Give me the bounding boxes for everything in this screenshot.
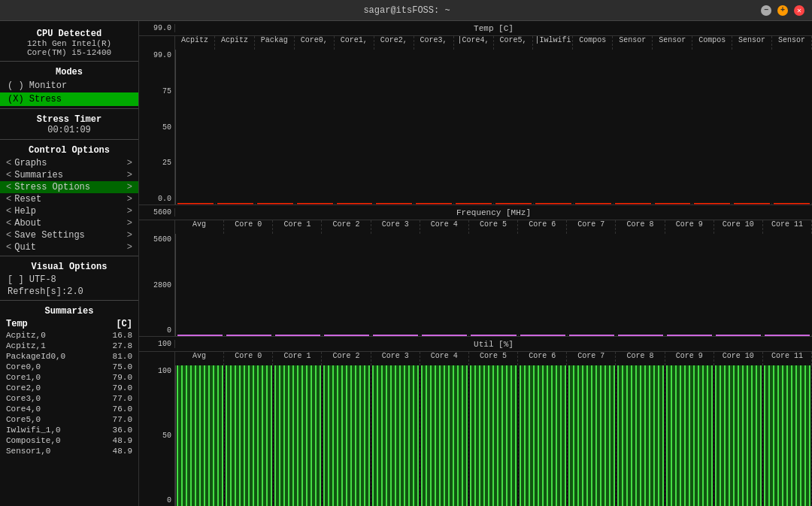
temp-col-header-4: Core1,: [335, 36, 374, 50]
summary-row-Composite,0: Composite,048.9: [0, 435, 138, 446]
utf8-option[interactable]: [ ] UTF-8: [0, 274, 138, 286]
ctrl-item-quit[interactable]: <Quit>: [0, 241, 138, 253]
summary-row-Core3,0: Core3,077.0: [0, 393, 138, 404]
temp-y-axis: 99.0 75 50 25 0.0: [139, 50, 175, 205]
util-col-header-0: Avg: [175, 352, 224, 365]
summary-row-Core2,0: Core2,079.0: [0, 383, 138, 393]
temp-bar-col-1: [216, 203, 256, 205]
freq-bars: [175, 234, 812, 336]
ctrl-item-stress-options[interactable]: <Stress Options>: [0, 181, 138, 193]
temp-chart-body: 99.0 75 50 25 0.0: [139, 50, 812, 205]
temp-col-names: AcpitzAcpitzPackagCore0,Core1,Core2,Core…: [139, 36, 812, 50]
temp-col-header-11: Sensor: [613, 36, 653, 50]
freq-col-header-6: Core 5: [469, 220, 518, 234]
util-chart-header: 100 Util [%]: [139, 337, 812, 352]
cpu-line2: Core(TM) i5-12400: [5, 48, 134, 57]
cpu-line1: 12th Gen Intel(R): [5, 39, 134, 48]
temp-col-header-3: Core0,: [295, 36, 335, 50]
temp-chart-header: 99.0 Temp [C]: [139, 21, 812, 36]
freq-scale-top: 5600: [139, 208, 175, 217]
util-bar-col-5: [420, 365, 469, 506]
util-col-header-12: Core 11: [763, 352, 812, 365]
freq-col-header-9: Core 8: [616, 220, 665, 234]
freq-bar-col-2: [274, 335, 323, 336]
ctrl-item-about[interactable]: <About>: [0, 217, 138, 229]
content-area: 99.0 Temp [C] AcpitzAcpitzPackagCore0,Co…: [139, 21, 812, 506]
temp-chart-label: Temp [C]: [474, 24, 514, 33]
temp-bar-col-2: [256, 203, 295, 205]
ctrl-item-save-settings[interactable]: <Save Settings>: [0, 229, 138, 241]
util-bar-col-10: [665, 365, 714, 506]
visual-options-label: Visual Options: [0, 259, 138, 274]
refresh-option: Refresh[s]:2.0: [0, 286, 138, 298]
temp-bar-col-7: [454, 203, 494, 205]
summary-header: Temp [C]: [0, 318, 138, 330]
freq-bar-col-0: [176, 335, 225, 336]
summary-header-right: [C]: [116, 319, 132, 329]
ctrl-item-reset[interactable]: <Reset>: [0, 193, 138, 205]
temp-bar-col-3: [295, 203, 335, 205]
stress-timer-value: 00:01:09: [0, 125, 138, 135]
freq-col-header-8: Core 7: [567, 220, 616, 234]
close-button[interactable]: ✕: [794, 5, 804, 16]
temp-col-header-12: Sensor: [653, 36, 692, 50]
util-col-header-8: Core 7: [567, 352, 616, 365]
temp-bar-col-9: [534, 203, 574, 205]
summary-row-Sensor1,0: Sensor1,048.9: [0, 446, 138, 456]
freq-chart-header: 5600 Frequency [MHz]: [139, 205, 812, 220]
temp-col-header-14: Sensor: [732, 36, 772, 50]
temp-bar-col-4: [335, 203, 375, 205]
summary-row-Acpitz,1: Acpitz,127.8: [0, 341, 138, 351]
sidebar: CPU Detected 12th Gen Intel(R) Core(TM) …: [0, 21, 139, 506]
freq-col-names-row: AvgCore 0Core 1Core 2Core 3Core 4Core 5C…: [139, 220, 812, 234]
util-bar-col-0: [176, 365, 225, 506]
util-bar-col-7: [519, 365, 568, 506]
freq-bar-col-1: [225, 335, 274, 336]
modes-label: Modes: [0, 64, 138, 79]
util-scale-top: 100: [139, 340, 175, 348]
freq-bar-col-3: [323, 335, 371, 336]
ctrl-item-summaries[interactable]: <Summaries>: [0, 169, 138, 181]
util-col-header-3: Core 2: [322, 352, 371, 365]
control-options-list: <Graphs><Summaries><Stress Options><Rese…: [0, 157, 138, 253]
temp-col-header-15: Sensor: [772, 36, 812, 50]
freq-col-header-5: Core 4: [420, 220, 469, 234]
mode-monitor[interactable]: ( ) Monitor: [0, 79, 138, 92]
stress-timer-label: Stress Timer: [0, 114, 138, 125]
freq-col-header-2: Core 1: [273, 220, 322, 234]
util-col-header-2: Core 1: [273, 352, 322, 365]
util-bar-col-3: [323, 365, 371, 506]
freq-col-header-1: Core 0: [224, 220, 273, 234]
temp-bar-col-8: [494, 203, 534, 205]
mode-stress[interactable]: (X) Stress: [0, 92, 138, 106]
util-col-header-10: Core 9: [665, 352, 714, 365]
temp-bar-col-11: [614, 203, 653, 205]
util-bar-col-8: [568, 365, 617, 506]
temp-col-header-8: Core5,: [494, 36, 534, 50]
util-chart-label: Util [%]: [474, 340, 514, 349]
temp-col-header-5: Core2,: [374, 36, 414, 50]
temp-col-header-7: |Core4,: [454, 36, 494, 50]
freq-bar-col-5: [420, 335, 469, 336]
temp-bar-col-13: [692, 203, 732, 205]
temp-chart-section: 99.0 Temp [C] AcpitzAcpitzPackagCore0,Co…: [139, 21, 812, 205]
freq-bar-col-11: [714, 335, 763, 336]
maximize-button[interactable]: +: [777, 5, 788, 16]
summary-header-left: Temp: [6, 319, 28, 329]
util-col-header-7: Core 6: [518, 352, 567, 365]
temp-col-header-9: |Iwlwifi: [533, 36, 573, 50]
util-col-header-5: Core 4: [420, 352, 469, 365]
freq-chart-section: 5600 Frequency [MHz] AvgCore 0Core 1Core…: [139, 205, 812, 337]
temp-bar-col-15: [772, 203, 812, 205]
summary-row-PackageId0,0: PackageId0,081.0: [0, 351, 138, 362]
summary-row-Core5,0: Core5,077.0: [0, 414, 138, 425]
ctrl-item-help[interactable]: <Help>: [0, 205, 138, 217]
temp-col-header-10: Compos: [573, 36, 613, 50]
window-controls: − + ✕: [761, 5, 804, 16]
freq-col-header-11: Core 10: [714, 220, 763, 234]
util-bar-col-2: [274, 365, 323, 506]
minimize-button[interactable]: −: [761, 5, 771, 16]
control-options-label: Control Options: [0, 142, 138, 157]
ctrl-item-graphs[interactable]: <Graphs>: [0, 157, 138, 169]
util-bar-col-4: [371, 365, 420, 506]
